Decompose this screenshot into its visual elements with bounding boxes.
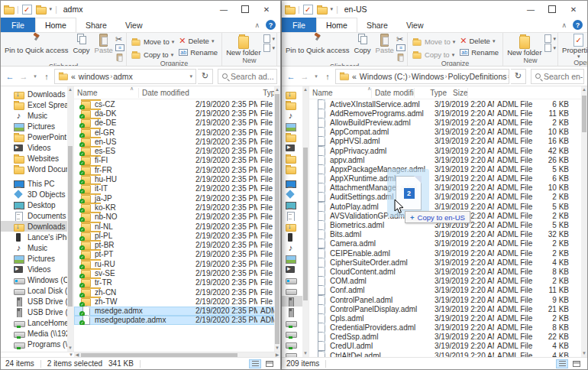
minimize-button[interactable]: — [520,2,541,17]
qat-properties-icon[interactable]: ✓ [22,5,32,15]
new-folder-button[interactable]: New folder [224,33,263,57]
breadcrumb-item[interactable]: Windows› [412,72,448,81]
file-row[interactable]: ✓ es-ES 2/19/2020 2:35 PM File folder [74,146,280,155]
sidebar-item[interactable]: LanceHome (\\1 [1,317,67,328]
sidebar-item[interactable] [282,99,302,110]
file-row[interactable]: ✓ da-DK 2/19/2020 2:35 PM File folder [74,109,280,118]
file-row[interactable]: ✓ nb-NO 2/19/2020 2:35 PM File folder [74,213,280,222]
list-scrollbar[interactable]: ▲ ▼ [581,86,587,357]
sidebar-item[interactable] [282,317,302,328]
address-box[interactable]: « windows› admx› ▾ [54,69,196,84]
qat-customize-chevron-icon[interactable]: ▾ [331,7,334,11]
file-row[interactable]: ✓ pt-BR 2/19/2020 2:35 PM File folder [74,240,280,249]
nav-scrollbar[interactable]: ▲ ▼ [302,86,309,357]
copy-to-button[interactable]: Copy to▾ [412,50,455,60]
back-button[interactable]: ← [285,72,297,81]
file-row[interactable]: ✓ CredUI.adml 3/19/2019 2:20 AM ADML Fil… [309,342,587,351]
sidebar-item[interactable]: Downloads [1,221,67,232]
tab-file[interactable]: File [1,18,35,32]
sidebar-item[interactable]: Pictures [1,121,67,131]
sidebar-item[interactable]: Windows (C:) [1,274,67,285]
sidebar-item[interactable] [282,285,302,296]
sidebar-item[interactable]: Videos [1,142,67,153]
sidebar-item[interactable] [282,296,302,307]
scroll-up-icon[interactable]: ▲ [67,86,73,93]
back-button[interactable]: ← [4,72,16,81]
sidebar-item[interactable]: Word Documen [1,164,67,174]
tab-home[interactable]: Home [35,18,76,32]
file-row[interactable]: ✓ Bits.adml 3/19/2019 2:20 AM ADML File … [309,230,587,239]
scroll-up-icon[interactable]: ▲ [581,86,587,93]
copy-button[interactable]: Copy [70,33,92,54]
new-folder-button[interactable]: New folder [505,33,544,57]
qat-new-folder-icon[interactable] [317,5,327,15]
file-row[interactable]: ✓ zh-CN 2/19/2020 2:35 PM File folder [74,287,280,297]
sidebar-item[interactable]: PowerPoint Pres [1,131,67,142]
sidebar-item[interactable]: Media (\\192.16 [1,328,67,339]
scrollbar-thumb[interactable] [81,353,237,357]
minimize-button[interactable]: — [213,2,234,17]
file-row[interactable]: ✓ nl-NL 2/19/2020 2:35 PM File folder [74,222,280,231]
sidebar-item[interactable]: Programs (\\192 [1,339,67,349]
sidebar-item[interactable] [282,232,302,242]
scrollbar-thumb[interactable] [275,94,279,344]
sidebar-item[interactable] [282,121,302,131]
file-row[interactable]: ✓ tr-TR 2/19/2020 2:35 PM File folder [74,278,280,287]
rename-button[interactable]: ab Rename [460,48,499,57]
file-row[interactable]: ✓ cs-CZ 2/19/2020 2:35 PM File folder [74,99,280,109]
titlebar[interactable]: | ✓ ▾ | admx — ✕ [1,1,280,18]
scroll-up-icon[interactable]: ▲ [274,86,280,93]
sidebar-item[interactable] [282,131,302,142]
scroll-up-icon[interactable]: ▲ [302,86,309,93]
sidebar-item[interactable]: Pictures [1,253,67,264]
maximize-button[interactable] [234,2,256,17]
new-item-button[interactable]: ▾ [544,34,557,43]
file-row[interactable]: ✓ it-IT 2/19/2020 2:35 PM File folder [74,184,280,193]
sidebar-item[interactable] [282,164,302,174]
up-button[interactable]: ↑ [321,72,334,81]
copy-path-icon[interactable]: ≡ [115,44,124,51]
sidebar-item[interactable]: Videos [1,264,67,274]
help-icon[interactable]: ? [266,20,276,30]
scroll-left-icon[interactable]: ◀ [74,352,80,358]
sidebar-item[interactable] [282,110,302,121]
paste-button[interactable]: Paste [92,33,115,54]
close-button[interactable]: ✕ [563,2,584,17]
qat-customize-chevron-icon[interactable]: ▾ [50,7,53,11]
sidebar-item[interactable] [282,221,302,232]
sidebar-item[interactable]: Downloads [1,89,67,99]
file-row[interactable]: ✓ ControlPanelDisplay.adml 3/19/2019 2:2… [309,304,587,313]
file-row[interactable]: ✓ en-US 2/19/2020 2:35 PM File folder [74,137,280,146]
file-row[interactable]: ✓ CloudContent.adml 3/19/2019 2:20 AM AD… [309,267,587,276]
sidebar-item[interactable] [282,178,302,189]
column-header-date[interactable]: Date modified [372,88,415,98]
file-row[interactable]: ✓ AppCompat.adml 3/19/2019 2:20 AM ADML … [309,128,587,137]
paste-shortcut-icon[interactable] [117,54,123,61]
copy-path-icon[interactable]: ≡ [396,44,405,51]
file-row[interactable]: ✓ AppXRuntime.adml 3/19/2019 2:20 AM ADM… [309,174,587,183]
sidebar-item[interactable]: Websites [1,153,67,164]
recent-locations-chevron-icon[interactable]: ▾ [312,73,320,80]
maximize-button[interactable] [541,2,563,17]
scrollbar-thumb[interactable] [68,146,73,307]
column-header-date[interactable]: Date modified [139,88,260,98]
file-row[interactable]: ✓ CipherSuiteOrder.adml 3/19/2019 2:20 A… [309,258,587,267]
scroll-down-icon[interactable]: ▼ [67,345,73,352]
file-row[interactable]: ✓ ActiveXInstallService.adml 3/19/2019 2… [309,99,587,109]
file-row[interactable]: ✓ ja-JP 2/19/2020 2:35 PM File folder [74,193,280,203]
scroll-down-icon[interactable]: ▼ [274,345,280,352]
file-row[interactable]: ✓ AuditSettings.adml 3/19/2019 2:20 AM A… [309,193,587,202]
file-row[interactable]: ✓ CredSsp.adml 3/19/2019 2:20 AM ADML Fi… [309,333,587,342]
delete-button[interactable]: ✕ Delete▾ [460,37,499,45]
sidebar-item[interactable]: Local Disk (D:) [1,285,67,296]
file-row[interactable]: ✓ CredentialProviders.adml 3/19/2019 2:2… [309,323,587,333]
horizontal-scrollbar[interactable]: ▼ ◀ ▶ [1,352,280,357]
nav-scrollbar[interactable]: ▲ ▼ [67,86,73,352]
file-row[interactable]: ✓ msedgeupdate.admx 2/19/2020 2:35 PM AD… [74,316,280,325]
address-box[interactable]: « Windows (C:)› Windows› PolicyDefinitio… [335,69,509,84]
sidebar-item[interactable] [282,200,302,210]
file-row[interactable]: ✓ fi-FI 2/19/2020 2:35 PM File folder [74,156,280,165]
file-row[interactable]: ✓ sv-SE 2/19/2020 2:35 PM File folder [74,268,280,278]
file-row[interactable]: ✓ appv.adml 3/19/2019 2:20 AM ADML File … [309,155,587,164]
sidebar-item[interactable] [282,328,302,339]
